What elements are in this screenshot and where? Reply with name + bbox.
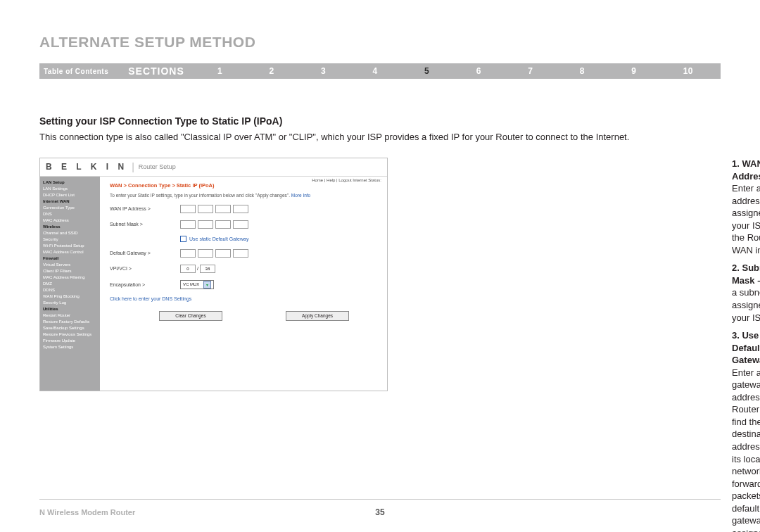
sidebar-item[interactable]: Wi-Fi Protected Setup: [43, 243, 97, 249]
section-link-5[interactable]: 5: [424, 66, 429, 76]
sidebar-item[interactable]: MAC Address Filtering: [43, 274, 97, 281]
sidebar-item[interactable]: DNS: [43, 211, 97, 217]
subnet-label: Subnet Mask >: [110, 222, 180, 227]
vpi-vci-separator: /: [197, 266, 198, 271]
vci-input[interactable]: 38: [200, 265, 215, 273]
router-top-links[interactable]: Home | Help | Logout Internet Status:: [312, 178, 381, 182]
sidebar-item[interactable]: Virtual Servers: [43, 262, 97, 268]
sections-label: SECTIONS: [128, 65, 184, 77]
sidebar-header-wan: Internet WAN: [43, 198, 97, 205]
router-setup-label: Router Setup: [139, 163, 176, 170]
default-gw-label: Default Gateway >: [110, 251, 180, 255]
instruction-text: To enter your Static IP settings, type i…: [110, 193, 290, 198]
section-nav-bar: Table of Contents SECTIONS 1 2 3 4 5 6 7…: [39, 63, 721, 79]
sidebar-item[interactable]: Firmware Update: [43, 338, 97, 344]
sidebar-header-wireless: Wireless: [43, 224, 97, 230]
sidebar-item[interactable]: Security Log: [43, 300, 97, 306]
section-intro: This connection type is also called "Cla…: [39, 131, 715, 144]
sidebar-item[interactable]: WAN Ping Blocking: [43, 293, 97, 300]
setting-item-3: 3. Use Static Default Gateway – Enter a …: [732, 329, 760, 532]
section-link-7[interactable]: 7: [528, 66, 533, 76]
section-link-6[interactable]: 6: [476, 66, 481, 76]
footer-separator: [39, 499, 721, 500]
router-ui-screenshot: B E L K I N | Router Setup Home | Help |…: [39, 158, 388, 391]
encapsulation-value: VC MUX: [183, 282, 199, 286]
sidebar-header-utilities: Utilities: [43, 306, 97, 312]
sidebar-header-firewall: Firewall: [43, 255, 97, 262]
sidebar-item[interactable]: System Settings: [43, 344, 97, 350]
more-info-link[interactable]: More Info: [291, 193, 310, 198]
sidebar-item[interactable]: MAC Address Control: [43, 249, 97, 255]
router-sidebar: LAN Setup LAN Settings DHCP Client List …: [40, 177, 100, 391]
section-subheading: Setting your ISP Connection Type to Stat…: [39, 115, 715, 127]
belkin-logo: B E L K I N: [46, 162, 127, 172]
toc-link[interactable]: Table of Contents: [44, 68, 108, 75]
section-link-1[interactable]: 1: [217, 66, 222, 76]
section-link-9[interactable]: 9: [631, 66, 636, 76]
sidebar-item[interactable]: Client IP Filters: [43, 268, 97, 274]
clear-changes-button[interactable]: Clear Changes: [159, 311, 222, 321]
dns-settings-link[interactable]: Click here to enter your DNS Settings: [110, 296, 377, 301]
sidebar-item[interactable]: Restore Factory Defaults: [43, 319, 97, 325]
sidebar-item[interactable]: Restore Previous Settings: [43, 331, 97, 338]
divider: |: [132, 161, 134, 172]
page-title: ALTERNATE SETUP METHOD: [39, 34, 721, 51]
setting-item-2: 2. Subnet Mask – Enter a subnet mask ass…: [732, 262, 760, 324]
footer-product-name: N Wireless Modem Router: [39, 508, 135, 517]
sidebar-item[interactable]: DMZ: [43, 281, 97, 287]
router-header: B E L K I N | Router Setup: [40, 158, 387, 177]
subnet-inputs[interactable]: [180, 220, 248, 229]
encapsulation-label: Encapsulation >: [110, 282, 180, 287]
sidebar-item[interactable]: Connection Type: [43, 205, 97, 211]
section-link-4[interactable]: 4: [373, 66, 378, 76]
sidebar-item[interactable]: Save/Backup Settings: [43, 325, 97, 331]
use-static-gw-checkbox[interactable]: [180, 236, 186, 242]
section-link-2[interactable]: 2: [270, 66, 274, 76]
wan-ip-label: WAN IP Address >: [110, 206, 180, 211]
section-link-3[interactable]: 3: [321, 66, 326, 76]
sidebar-item[interactable]: Security: [43, 236, 97, 243]
use-static-gw-label: Use static Default Gateway: [189, 236, 248, 241]
router-breadcrumb: WAN > Connection Type > Static IP (IPoA): [110, 182, 377, 189]
sidebar-item[interactable]: Channel and SSID: [43, 230, 97, 236]
sidebar-item[interactable]: MAC Address: [43, 217, 97, 224]
section-link-10[interactable]: 10: [683, 66, 693, 76]
page-number: 35: [375, 507, 384, 517]
vpi-input[interactable]: 0: [180, 265, 196, 273]
section-numbers: 1 2 3 4 5 6 7 8 9 10: [194, 66, 716, 76]
setting-item-1: 1. WAN IP Address – Enter an IP address …: [732, 158, 760, 256]
chevron-down-icon: ▾: [203, 281, 211, 289]
sidebar-item[interactable]: Restart Router: [43, 312, 97, 319]
sidebar-item[interactable]: DDNS: [43, 287, 97, 293]
apply-changes-button[interactable]: Apply Changes: [286, 311, 349, 321]
wan-ip-inputs[interactable]: [180, 205, 248, 213]
router-main-panel: WAN > Connection Type > Static IP (IPoA)…: [100, 177, 387, 391]
default-gw-inputs[interactable]: [180, 249, 248, 258]
router-instruction: To enter your Static IP settings, type i…: [110, 193, 377, 198]
section-link-8[interactable]: 8: [580, 66, 585, 76]
sidebar-header-lan: LAN Setup: [43, 179, 97, 186]
encapsulation-select[interactable]: VC MUX ▾: [180, 280, 214, 289]
sidebar-item[interactable]: LAN Settings: [43, 186, 97, 192]
sidebar-item[interactable]: DHCP Client List: [43, 192, 97, 198]
vpivci-label: VPI/VCI >: [110, 266, 180, 271]
